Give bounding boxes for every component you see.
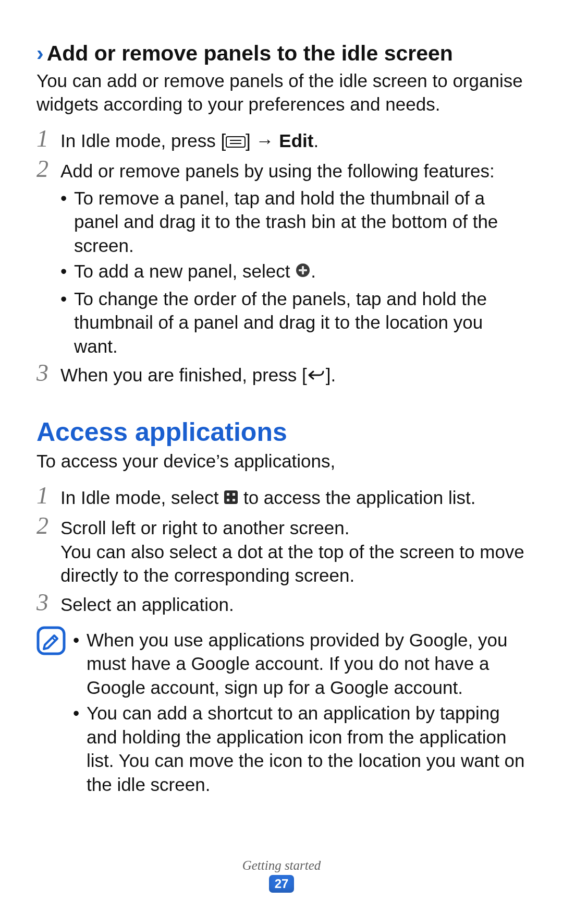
list-item: 1 In Idle mode, select to access the app… bbox=[36, 486, 527, 511]
bullet-dot: • bbox=[60, 287, 74, 358]
note-bullets: • When you use applications provided by … bbox=[71, 626, 527, 797]
subsection-heading: ›Add or remove panels to the idle screen bbox=[36, 41, 527, 66]
step-number: 1 bbox=[36, 484, 60, 508]
page-footer: Getting started 27 bbox=[0, 858, 563, 893]
list-item: 3 Select an application. bbox=[36, 593, 527, 617]
step-number: 2 bbox=[36, 157, 60, 181]
ordered-list: 1 In Idle mode, select to access the app… bbox=[36, 486, 527, 617]
subsection-heading-text: Add or remove panels to the idle screen bbox=[47, 41, 453, 65]
svg-rect-8 bbox=[232, 493, 235, 496]
list-item: 3 When you are finished, press []. bbox=[36, 363, 527, 389]
text: . bbox=[313, 130, 319, 151]
back-icon bbox=[307, 364, 326, 388]
text: To add a new panel, select bbox=[74, 261, 295, 281]
text-bold: Edit bbox=[279, 130, 313, 151]
list-item: 2 Add or remove panels by using the foll… bbox=[36, 159, 527, 358]
bullet-item: • To remove a panel, tap and hold the th… bbox=[60, 186, 527, 258]
bullet-dot: • bbox=[60, 259, 74, 285]
step-number: 3 bbox=[36, 591, 60, 615]
text: Add or remove panels by using the follow… bbox=[60, 161, 495, 181]
step-content: Scroll left or right to another screen. … bbox=[60, 516, 527, 587]
footer-section-label: Getting started bbox=[0, 858, 563, 873]
text: . bbox=[311, 261, 316, 281]
bullet-text: To change the order of the panels, tap a… bbox=[74, 287, 527, 358]
svg-rect-7 bbox=[227, 493, 229, 496]
svg-line-12 bbox=[52, 638, 55, 641]
bullet-item: • To add a new panel, select . bbox=[60, 259, 527, 285]
svg-rect-11 bbox=[38, 628, 64, 654]
text: In Idle mode, select bbox=[60, 487, 224, 508]
svg-rect-6 bbox=[224, 490, 238, 504]
step-content: When you are finished, press []. bbox=[60, 363, 527, 389]
step-number: 3 bbox=[36, 361, 60, 385]
chevron-right-icon: › bbox=[36, 41, 44, 65]
page: ›Add or remove panels to the idle screen… bbox=[0, 0, 563, 924]
bullet-text: To add a new panel, select . bbox=[74, 259, 527, 285]
step-number: 1 bbox=[36, 127, 60, 151]
subsection-intro: You can add or remove panels of the idle… bbox=[36, 69, 527, 116]
bullet-text: You can add a shortcut to an application… bbox=[87, 701, 527, 796]
step-number: 2 bbox=[36, 514, 60, 538]
text: In Idle mode, press [ bbox=[60, 130, 226, 151]
bullet-dot: • bbox=[73, 628, 87, 700]
bullet-text: When you use applications provided by Go… bbox=[87, 628, 527, 700]
text: Scroll left or right to another screen. bbox=[60, 516, 527, 540]
bullet-dot: • bbox=[73, 701, 87, 796]
svg-rect-10 bbox=[232, 499, 235, 501]
svg-rect-0 bbox=[226, 137, 245, 147]
step-content: In Idle mode, press [] → Edit. bbox=[60, 129, 527, 154]
step-content: Add or remove panels by using the follow… bbox=[60, 159, 527, 358]
bullet-item: • When you use applications provided by … bbox=[73, 628, 527, 700]
list-item: 2 Scroll left or right to another screen… bbox=[36, 516, 527, 587]
note-pencil-icon bbox=[36, 626, 71, 797]
list-item: 1 In Idle mode, press [] → Edit. bbox=[36, 129, 527, 154]
bullet-text: To remove a panel, tap and hold the thum… bbox=[74, 186, 527, 258]
page-number-badge: 27 bbox=[269, 875, 294, 893]
svg-rect-9 bbox=[227, 499, 229, 501]
step-content: In Idle mode, select to access the appli… bbox=[60, 486, 527, 511]
bullet-item: • You can add a shortcut to an applicati… bbox=[73, 701, 527, 796]
bullet-item: • To change the order of the panels, tap… bbox=[60, 287, 527, 358]
text: When you are finished, press [ bbox=[60, 365, 307, 385]
plus-circle-icon bbox=[295, 260, 311, 284]
bullet-dot: • bbox=[60, 186, 74, 258]
bullet-list: • To remove a panel, tap and hold the th… bbox=[60, 186, 527, 358]
step-content: Select an application. bbox=[60, 593, 527, 617]
menu-icon bbox=[226, 129, 246, 153]
note-block: • When you use applications provided by … bbox=[36, 626, 527, 797]
apps-grid-icon bbox=[224, 486, 238, 510]
text: to access the application list. bbox=[238, 487, 475, 508]
text: You can also select a dot at the top of … bbox=[60, 540, 527, 587]
text: ] → bbox=[246, 130, 279, 151]
ordered-list: 1 In Idle mode, press [] → Edit. 2 Add o… bbox=[36, 129, 527, 389]
text: ]. bbox=[326, 365, 336, 385]
section-title: Access applications bbox=[36, 418, 527, 447]
svg-rect-5 bbox=[299, 269, 307, 271]
section-intro: To access your device’s applications, bbox=[36, 450, 527, 473]
